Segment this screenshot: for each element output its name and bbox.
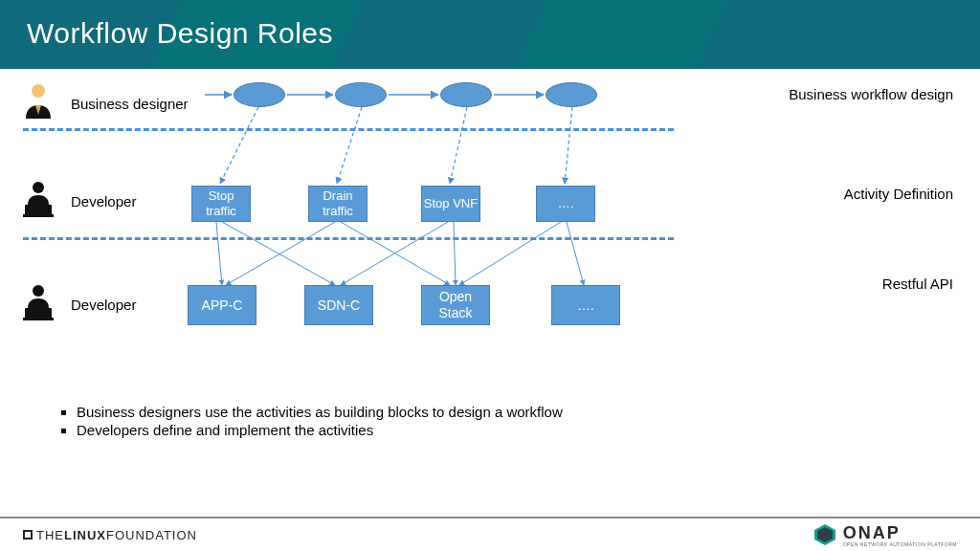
row-api: Developer [0,283,980,325]
role-label-api: Developer [71,297,136,313]
activity-more: …. [536,186,595,222]
onap-text: ONAP [843,523,901,542]
api-sdnc: SDN-C [304,285,373,325]
svg-line-20 [454,222,456,285]
api-openstack: Open Stack [421,285,490,325]
slide-header: Workflow Design Roles [0,0,980,69]
workflow-step-3 [440,82,492,107]
divider-2 [23,237,674,240]
svg-line-22 [567,222,584,285]
activity-stop-traffic: Stop traffic [191,186,251,222]
linux-foundation-logo: THELINUXFOUNDATION [23,528,197,542]
api-appc: APP-C [188,285,256,325]
svg-line-17 [226,222,335,285]
slide-title: Workflow Design Roles [0,0,980,50]
svg-line-16 [222,222,335,285]
business-person-icon [21,82,65,124]
workflow-step-4 [546,82,597,107]
note-2: Developers define and implement the acti… [77,422,563,438]
developer-icon-1 [21,180,65,222]
role-label-business: Business designer [71,96,189,112]
activity-drain-traffic: Drain traffic [308,186,368,222]
notes-list: Business designers use the activities as… [77,404,563,440]
tier-label-activity: Activity Definition [844,186,953,202]
workflow-step-2 [335,82,387,107]
activity-stop-vnf: Stop VNF [421,186,480,222]
slide-footer: THELINUXFOUNDATION ONAP OPEN NETWORK AUT… [0,517,980,551]
onap-logo: ONAP OPEN NETWORK AUTOMATION PLATFORM [813,522,957,547]
svg-point-4 [33,285,44,297]
svg-point-0 [32,84,45,98]
tier-label-business: Business workflow design [789,86,953,102]
svg-line-18 [341,222,450,285]
api-more: …. [551,285,620,325]
lf-square-icon [23,530,33,540]
workflow-step-1 [234,82,285,107]
tier-label-api: Restful API [882,276,953,292]
role-label-activity: Developer [71,193,136,209]
svg-point-1 [33,182,44,193]
divider-1 [23,128,674,131]
svg-line-19 [341,222,448,285]
onap-subtitle: OPEN NETWORK AUTOMATION PLATFORM [843,541,957,547]
svg-rect-6 [23,318,54,320]
onap-hexagon-icon [813,522,837,547]
row-activity: Developer [0,180,980,222]
svg-line-15 [216,222,222,285]
diagram-area: Business designer Business workflow desi… [0,69,980,471]
svg-rect-3 [23,214,54,217]
svg-line-21 [459,222,561,285]
developer-icon-2 [21,283,65,325]
note-1: Business designers use the activities as… [77,404,563,420]
